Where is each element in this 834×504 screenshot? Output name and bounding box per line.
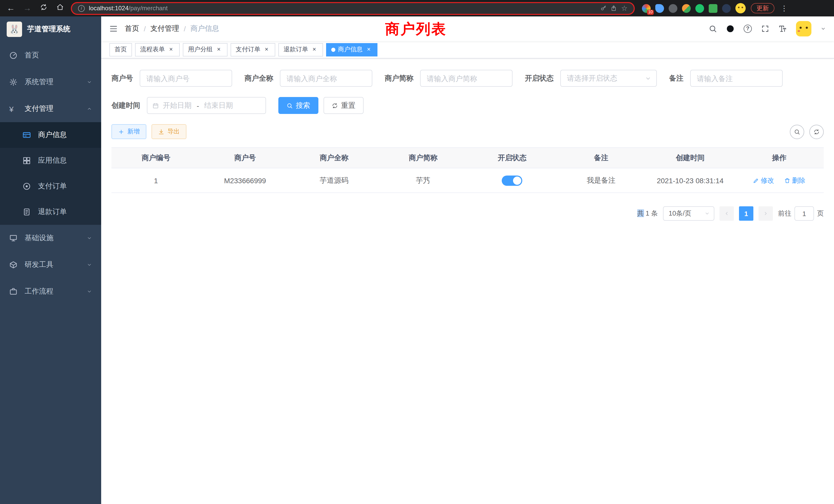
close-icon[interactable]: × (365, 46, 372, 53)
navbar-actions: ? (709, 21, 826, 37)
remark-input[interactable] (690, 70, 783, 87)
close-icon[interactable]: × (215, 46, 222, 53)
edit-link[interactable]: 修改 (753, 176, 774, 185)
status-toggle[interactable] (502, 175, 522, 186)
total-prefix: 共 (637, 209, 644, 217)
breadcrumb-separator: / (184, 25, 186, 33)
close-icon[interactable]: × (263, 46, 270, 53)
extension-icon[interactable]: 10 (642, 4, 651, 13)
tab-merchant-info[interactable]: 商户信息 × (326, 43, 377, 56)
logo-image: 🐰 (7, 22, 22, 37)
col-create-time: 创建时间 (646, 147, 735, 168)
sidebar-item-label: 首页 (25, 51, 39, 60)
refresh-table-button[interactable] (809, 124, 824, 139)
url-path: /pay/merchant (129, 5, 168, 12)
font-size-icon[interactable] (778, 25, 787, 33)
sidebar-item-workflow[interactable]: 工作流程 (0, 278, 101, 305)
toggle-search-button[interactable] (790, 124, 804, 139)
chrome-update-button[interactable]: 更新 (751, 3, 774, 13)
sidebar-item-refund-order[interactable]: 退款订单 (0, 199, 101, 225)
pagination: 共 1 条 10条/页 1 前往 页 (111, 206, 824, 221)
export-button[interactable]: 导出 (152, 124, 186, 139)
sidebar: 🐰 芋道管理系统 首页 系统管理 ¥ 支付管理 商户信息 (0, 17, 101, 504)
goto-page-input[interactable] (794, 206, 814, 221)
browser-menu-icon[interactable]: ⋮ (780, 4, 789, 12)
extension-icon[interactable] (722, 4, 731, 13)
sidebar-item-label: 基础设施 (25, 233, 53, 243)
create-time-label: 创建时间 (111, 101, 140, 110)
user-menu-caret-icon[interactable] (821, 26, 826, 31)
close-icon[interactable]: × (168, 46, 175, 53)
chevron-down-icon (87, 262, 92, 268)
status-select-placeholder: 请选择开启状态 (567, 74, 617, 83)
extension-icon[interactable] (709, 4, 718, 13)
search-icon[interactable] (709, 25, 717, 33)
extension-icon[interactable] (668, 4, 677, 13)
help-icon[interactable]: ? (744, 25, 752, 33)
share-icon[interactable] (611, 5, 617, 11)
user-avatar[interactable] (796, 21, 811, 37)
annotation-title: 商户列表 (385, 20, 447, 39)
tab-process-form[interactable]: 流程表单 × (135, 43, 180, 56)
browser-forward-button[interactable]: → (22, 4, 33, 13)
site-info-icon[interactable]: i (78, 5, 85, 12)
status-select[interactable]: 请选择开启状态 (560, 70, 657, 87)
short-name-input[interactable] (420, 70, 512, 87)
active-tab-dot (331, 47, 335, 51)
full-name-input[interactable] (280, 70, 372, 87)
sidebar-item-home[interactable]: 首页 (0, 42, 101, 69)
address-bar[interactable]: i localhost:1024/pay/merchant ☆ (71, 2, 635, 15)
page-number-button[interactable]: 1 (739, 206, 753, 221)
browser-back-button[interactable]: ← (5, 4, 17, 13)
page-size-select[interactable]: 10条/页 (663, 206, 714, 221)
sidebar-item-system[interactable]: 系统管理 (0, 69, 101, 95)
breadcrumb-section[interactable]: 支付管理 (151, 24, 179, 33)
browser-profile-avatar[interactable] (736, 3, 746, 13)
calendar-icon (153, 102, 159, 109)
sidebar-item-payment[interactable]: ¥ 支付管理 (0, 95, 101, 122)
sidebar-item-dev-tools[interactable]: 研发工具 (0, 251, 101, 278)
tags-view-bar: 首页 流程表单 × 用户分组 × 支付订单 × 退款订单 × (101, 41, 834, 59)
remark-label: 备注 (669, 74, 683, 83)
tab-label: 商户信息 (338, 45, 363, 54)
tab-home[interactable]: 首页 (109, 43, 132, 56)
create-time-range-picker[interactable]: 开始日期 - 结束日期 (147, 97, 266, 114)
chevron-down-icon (705, 211, 710, 216)
password-key-icon[interactable] (600, 5, 607, 11)
search-button[interactable]: 搜索 (278, 97, 319, 114)
breadcrumb-separator: / (144, 25, 146, 33)
table-row: 1 M233666999 芋道源码 芋艿 我是备注 2021-10-23 08:… (111, 168, 824, 193)
reset-button[interactable]: 重置 (324, 97, 364, 114)
breadcrumb-home[interactable]: 首页 (125, 24, 139, 33)
close-icon[interactable]: × (311, 46, 318, 53)
browser-home-button[interactable] (54, 4, 66, 13)
browser-reload-button[interactable] (38, 4, 49, 13)
fullscreen-icon[interactable] (761, 25, 769, 33)
total-count: 1 (645, 209, 649, 217)
sidebar-item-app-info[interactable]: 应用信息 (0, 148, 101, 174)
sidebar-item-label: 支付管理 (25, 104, 53, 113)
table-header-row: 商户编号 商户号 商户全称 商户简称 开启状态 备注 创建时间 操作 (111, 147, 824, 168)
sidebar-item-pay-order[interactable]: 支付订单 (0, 174, 101, 199)
delete-link[interactable]: 删除 (785, 176, 806, 185)
add-button[interactable]: 新增 (111, 124, 146, 139)
app-logo[interactable]: 🐰 芋道管理系统 (0, 17, 101, 42)
goto-suffix: 页 (817, 209, 824, 218)
tab-user-group[interactable]: 用户分组 × (183, 43, 227, 56)
merchant-table: 商户编号 商户号 商户全称 商户简称 开启状态 备注 创建时间 操作 1 (111, 147, 824, 193)
github-icon[interactable] (726, 25, 734, 33)
next-page-button[interactable] (759, 206, 773, 221)
extension-icon[interactable] (695, 4, 704, 13)
sidebar-item-merchant-info[interactable]: 商户信息 (0, 122, 101, 148)
extension-icon[interactable] (682, 4, 691, 13)
col-merchant-no: 商户号 (200, 147, 290, 168)
bookmark-star-icon[interactable]: ☆ (621, 4, 628, 12)
tab-pay-order[interactable]: 支付订单 × (231, 43, 275, 56)
sidebar-item-infrastructure[interactable]: 基础设施 (0, 225, 101, 251)
sidebar-toggle-icon[interactable] (109, 25, 117, 33)
prev-page-button[interactable] (720, 206, 734, 221)
extension-icon[interactable] (655, 4, 664, 13)
merchant-no-input[interactable] (140, 70, 232, 87)
tab-refund-order[interactable]: 退款订单 × (278, 43, 323, 56)
breadcrumb: 首页 / 支付管理 / 商户信息 (125, 24, 219, 33)
